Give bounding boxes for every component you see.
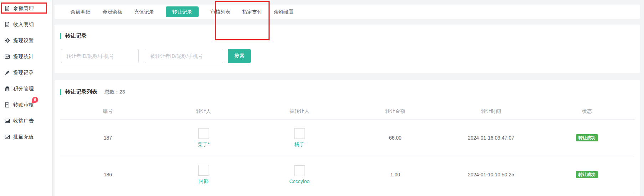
chart-icon xyxy=(4,134,10,140)
cell-status: 转让成功 xyxy=(539,134,635,141)
sidebar-item-balance-manage[interactable]: 余额管理 xyxy=(0,0,52,16)
transfer-list-panel: 转让记录列表 总数：23 编号 转让人 被转让人 转让金额 转让时间 状态 18… xyxy=(55,80,640,196)
list-section-title: 转让记录列表 xyxy=(65,89,97,95)
search-panel: 转让记录 搜索 xyxy=(55,25,640,73)
status-badge: 转让成功 xyxy=(576,134,598,141)
sidebar-item-withdraw-settings[interactable]: 提现设置 xyxy=(0,32,52,49)
column-header-to: 被转让人 xyxy=(251,108,347,115)
sidebar-item-label: 收益广告 xyxy=(13,118,34,124)
tab-transfer-records[interactable]: 转让记录 xyxy=(166,6,199,17)
sidebar-item-label: 积分管理 xyxy=(13,86,34,92)
cell-time: 2024-01-10 10:50:25 xyxy=(443,172,539,177)
sidebar-item-withdraw-records[interactable]: 提现记录 xyxy=(0,65,52,81)
column-header-amount: 转让金额 xyxy=(347,108,443,115)
transferee-name-link[interactable]: Ccccyloo xyxy=(289,179,310,184)
column-header-id: 编号 xyxy=(60,108,156,115)
sidebar-item-label: 收入明细 xyxy=(13,21,34,28)
document-icon xyxy=(4,102,10,108)
transferor-avatar[interactable] xyxy=(198,165,209,176)
section-title: 转让记录列表 总数：23 xyxy=(60,89,125,95)
section-title: 转让记录 xyxy=(60,32,87,39)
tab-recharge-records[interactable]: 充值记录 xyxy=(134,5,154,19)
document-icon xyxy=(4,22,10,27)
tab-balance-settings[interactable]: 余额设置 xyxy=(274,5,294,19)
sidebar-item-withdraw-stats[interactable]: 提现统计 xyxy=(0,49,52,65)
tab-member-balance[interactable]: 会员余额 xyxy=(102,5,122,19)
cell-id: 186 xyxy=(60,172,156,177)
column-header-time: 转让时间 xyxy=(443,108,539,115)
sidebar-item-label: 提现统计 xyxy=(13,54,34,60)
sidebar-item-label: 提现记录 xyxy=(13,70,34,76)
table-row: 187 栗子* 橘子 66.00 2024-01-16 09:47:07 转让成… xyxy=(60,120,635,156)
sidebar-item-points-manage[interactable]: 积分管理 xyxy=(0,81,52,97)
sidebar-item-label: 转账审核 xyxy=(13,102,34,108)
column-header-from: 转让人 xyxy=(156,108,252,115)
cell-to: 橘子 xyxy=(251,128,347,148)
total-label: 总数： xyxy=(104,89,119,95)
status-badge: 转让成功 xyxy=(576,171,598,178)
transferee-name-link[interactable]: 橘子 xyxy=(295,141,305,148)
document-icon xyxy=(4,6,10,11)
sidebar-item-label: 批量充值 xyxy=(13,134,34,140)
transferor-name-link[interactable]: 阿部 xyxy=(199,178,209,185)
transferee-search-input[interactable] xyxy=(145,49,223,63)
tab-balance-detail[interactable]: 余额明细 xyxy=(71,5,91,19)
cell-from: 阿部 xyxy=(156,165,252,185)
title-accent-bar xyxy=(60,33,61,39)
notification-badge: 6 xyxy=(32,97,38,103)
transfer-table: 编号 转让人 被转让人 转让金额 转让时间 状态 187 栗子* xyxy=(60,104,635,193)
database-icon xyxy=(4,86,10,92)
chart-icon xyxy=(4,54,10,60)
cell-id: 187 xyxy=(60,135,156,141)
sidebar-item-income-detail[interactable]: 收入明细 xyxy=(0,16,52,32)
sidebar-item-label: 余额管理 xyxy=(13,5,34,12)
image-icon xyxy=(4,118,10,124)
transferor-avatar[interactable] xyxy=(198,128,209,139)
column-header-status: 状态 xyxy=(539,108,635,115)
gear-icon xyxy=(4,38,10,44)
total-count: 总数：23 xyxy=(104,89,125,95)
title-accent-bar xyxy=(60,89,61,95)
sidebar-item-batch-recharge[interactable]: 批量充值 xyxy=(0,129,52,145)
tab-audit-list[interactable]: 审核列表 xyxy=(210,5,230,19)
transferee-avatar[interactable] xyxy=(294,128,305,139)
sidebar-item-revenue-ads[interactable]: 收益广告 xyxy=(0,113,52,129)
tab-bar: 余额明细 会员余额 充值记录 转让记录 审核列表 指定支付 余额设置 xyxy=(55,5,640,19)
search-button[interactable]: 搜索 xyxy=(228,49,251,63)
main-content: 余额明细 会员余额 充值记录 转让记录 审核列表 指定支付 余额设置 转让记录 … xyxy=(53,0,644,196)
cell-status: 转让成功 xyxy=(539,171,635,178)
tab-assigned-payment[interactable]: 指定支付 xyxy=(242,5,262,19)
sidebar-item-label: 提现设置 xyxy=(13,37,34,44)
sidebar-item-transfer-audit[interactable]: 转账审核 6 xyxy=(0,97,52,113)
cell-amount: 66.00 xyxy=(347,135,443,141)
table-row: 186 阿部 Ccccyloo 1.00 2024-01-10 10:50:25… xyxy=(60,156,635,193)
search-section-title: 转让记录 xyxy=(65,32,87,39)
cell-to: Ccccyloo xyxy=(251,165,347,184)
pen-icon xyxy=(4,70,10,76)
transferor-search-input[interactable] xyxy=(61,49,139,63)
sidebar: 余额管理 收入明细 提现设置 提现统计 提现记录 积分管理 转账 xyxy=(0,0,53,196)
transferor-name-link[interactable]: 栗子* xyxy=(198,141,209,148)
cell-time: 2024-01-16 09:47:07 xyxy=(443,135,539,141)
cell-amount: 1.00 xyxy=(347,172,443,177)
table-header-row: 编号 转让人 被转让人 转让金额 转让时间 状态 xyxy=(60,104,635,120)
transferee-avatar[interactable] xyxy=(294,165,305,176)
total-value: 23 xyxy=(119,89,125,95)
cell-from: 栗子* xyxy=(156,128,252,148)
